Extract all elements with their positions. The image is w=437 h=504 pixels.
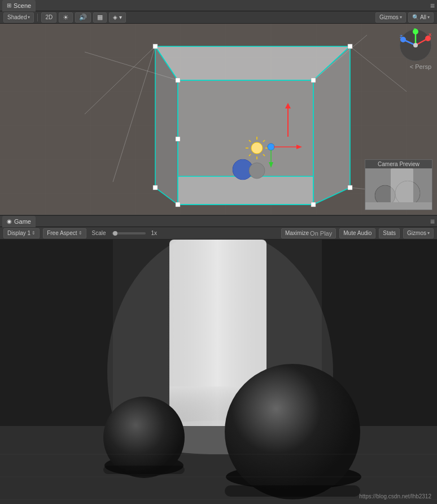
sun-icon-btn[interactable]: ☀ <box>59 12 73 23</box>
aspect-arrow: ⇕ <box>78 231 82 236</box>
mute-audio-btn[interactable]: Mute Audio <box>339 228 375 238</box>
svg-rect-32 <box>348 44 352 49</box>
scene-toolbar: Shaded ▾ 2D ☀ 🔊 ▦ ◈ ▾ Gizmos ▾ 🔍 All ▾ <box>0 11 437 24</box>
svg-rect-33 <box>153 185 158 190</box>
scene-panel: ⊞ Scene ≡ Shaded ▾ 2D ☀ 🔊 ▦ ◈ ▾ Gizmos ▾… <box>0 0 437 216</box>
scale-slider[interactable] <box>112 232 146 234</box>
2d-toggle[interactable]: 2D <box>41 12 56 23</box>
svg-rect-38 <box>311 202 316 207</box>
scene-tab-label: Scene <box>14 2 31 9</box>
camera-preview-content <box>365 168 432 210</box>
svg-rect-31 <box>153 44 158 49</box>
camera-preview-label: Camera Preview <box>365 160 432 168</box>
svg-text:Z: Z <box>400 34 403 39</box>
svg-rect-39 <box>176 137 180 141</box>
game-tab[interactable]: ◉ Game <box>2 216 36 227</box>
game-viewport[interactable]: https://blog.csdn.net/lhb2312 <box>0 240 437 504</box>
on-play-label: On Play <box>310 230 332 237</box>
game-panel-menu[interactable]: ≡ <box>430 217 435 226</box>
toolbar-separator <box>37 14 38 21</box>
audio-icon-btn[interactable]: 🔊 <box>75 12 91 23</box>
display-dropdown[interactable]: Display 1 ⇕ <box>3 228 40 238</box>
svg-text:Y: Y <box>413 28 417 32</box>
game-toolbar: Display 1 ⇕ Free Aspect ⇕ Scale 1x Maxim… <box>0 227 437 240</box>
gizmos-game-arrow: ▾ <box>427 231 430 236</box>
camera-icon-btn[interactable]: ▦ <box>93 12 107 23</box>
persp-label: < Persp <box>410 63 431 70</box>
svg-point-53 <box>249 163 265 179</box>
scene-viewport[interactable]: X Y Z < Persp Camera Preview <box>0 24 437 215</box>
gizmos-game-dropdown[interactable]: Gizmos ▾ <box>403 228 434 238</box>
game-tab-icon: ◉ <box>7 218 12 224</box>
aspect-dropdown[interactable]: Free Aspect ⇕ <box>43 228 86 238</box>
svg-rect-37 <box>311 78 316 82</box>
game-background <box>0 240 437 504</box>
svg-rect-89 <box>103 466 185 474</box>
display-arrow: ⇕ <box>32 231 36 236</box>
svg-marker-21 <box>178 176 313 205</box>
gizmos-dropdown[interactable]: Gizmos ▾ <box>375 12 406 23</box>
shading-dropdown[interactable]: Shaded ▾ <box>3 12 34 23</box>
all-dropdown[interactable]: 🔍 All ▾ <box>408 12 434 23</box>
scene-tab-bar: ⊞ Scene ≡ <box>0 0 437 11</box>
scene-tab-icon: ⊞ <box>7 2 11 8</box>
stats-btn[interactable]: Stats <box>379 228 400 238</box>
scene-panel-menu[interactable]: ≡ <box>430 1 435 10</box>
effects-icon-btn[interactable]: ◈ ▾ <box>109 12 126 23</box>
watermark: https://blog.csdn.net/lhb2312 <box>359 493 431 499</box>
scale-slider-knob[interactable] <box>113 231 117 236</box>
all-arrow: ▾ <box>427 15 430 20</box>
scale-value: 1x <box>149 230 160 236</box>
svg-rect-35 <box>176 78 180 82</box>
maximize-on-play-btn[interactable]: Maximize On Play <box>281 228 336 238</box>
game-panel: ◉ Game ≡ Display 1 ⇕ Free Aspect ⇕ Scale… <box>0 216 437 504</box>
svg-point-40 <box>251 142 263 154</box>
gizmos-scene-arrow: ▾ <box>400 15 402 20</box>
svg-rect-76 <box>365 202 432 210</box>
maximize-label: Maximize <box>285 230 309 236</box>
svg-point-90 <box>225 364 360 499</box>
game-tab-bar: ◉ Game ≡ <box>0 216 437 227</box>
svg-rect-36 <box>176 202 180 207</box>
search-icon: 🔍 <box>412 14 419 20</box>
scale-label: Scale <box>90 230 108 236</box>
camera-preview: Camera Preview <box>365 159 432 210</box>
svg-text:X: X <box>429 32 432 37</box>
svg-rect-91 <box>225 485 360 497</box>
shading-arrow: ▾ <box>28 15 30 20</box>
svg-rect-34 <box>348 185 352 190</box>
svg-point-69 <box>413 43 418 47</box>
game-tab-label: Game <box>14 218 31 225</box>
gizmo-axes-widget: X Y Z <box>399 28 432 62</box>
svg-point-54 <box>268 144 274 150</box>
scene-tab[interactable]: ⊞ Scene <box>2 0 36 11</box>
